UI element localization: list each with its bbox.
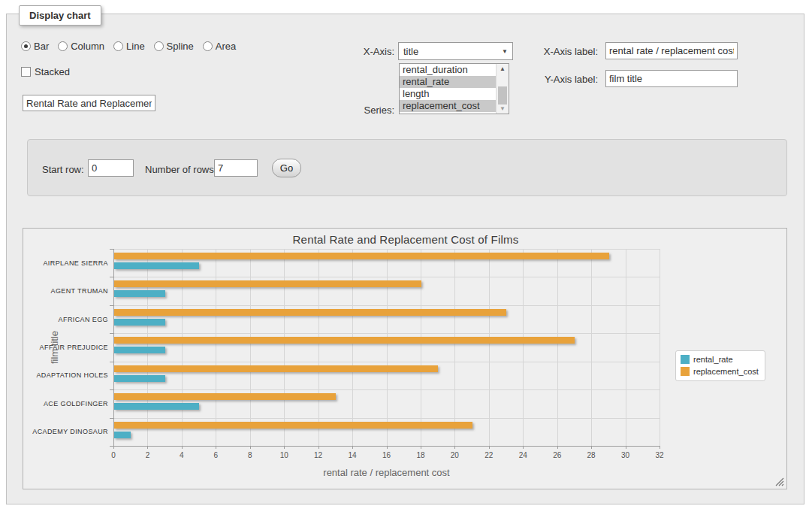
bar-replacement_cost: [114, 365, 438, 372]
chart-title: Rental Rate and Replacement Cost of Film…: [23, 233, 788, 246]
scrollbar-thumb[interactable]: [498, 86, 507, 105]
grid-line: [250, 249, 251, 446]
grid-line: [113, 277, 660, 277]
x-tick-label: 32: [648, 451, 671, 459]
x-tick-label: 16: [376, 451, 398, 459]
chart-type-radio-line[interactable]: [113, 41, 123, 51]
chart-type-radio-label: Area: [216, 41, 236, 52]
category-label: AFFAIR PREJUDICE: [23, 333, 108, 361]
grid-line: [182, 249, 183, 446]
grid-line: [113, 418, 660, 419]
start-row-input[interactable]: [88, 159, 134, 177]
y-axis-label-label: Y-Axis label:: [530, 74, 598, 85]
stacked-checkbox-row: Stacked: [21, 66, 70, 77]
x-tick-label: 30: [614, 451, 637, 459]
x-axis-line: [113, 446, 660, 447]
x-tick-label: 2: [136, 451, 158, 459]
legend-swatch: [681, 367, 690, 376]
bar-rental_rate: [114, 290, 165, 297]
x-tick-label: 28: [580, 451, 602, 459]
grid-line: [352, 249, 353, 446]
grid-line: [113, 305, 660, 306]
grid-line: [454, 249, 455, 446]
chart-type-radio-column[interactable]: [58, 41, 68, 51]
x-axis-select-label: X-Axis:: [334, 46, 394, 57]
chart-type-radio-label: Line: [126, 41, 145, 52]
row-range-panel: [27, 139, 787, 196]
chart-type-option-line: Line: [113, 41, 145, 52]
go-button[interactable]: Go: [272, 159, 301, 177]
bar-rental_rate: [114, 375, 165, 382]
grid-line: [113, 249, 660, 250]
series-listbox[interactable]: rental_durationrental_ratelengthreplacem…: [399, 63, 509, 114]
series-option-replacement_cost[interactable]: replacement_cost: [400, 100, 496, 112]
series-option-length[interactable]: length: [400, 88, 496, 100]
grid-line: [660, 249, 660, 446]
y-axis-label-input[interactable]: [605, 70, 738, 87]
grid-line: [113, 389, 660, 390]
grid-line: [387, 249, 388, 446]
x-tick-label: 26: [546, 451, 569, 459]
chart-type-radio-bar[interactable]: [21, 41, 31, 51]
x-axis-title: rental rate / replacement cost: [113, 467, 660, 478]
legend-label: replacement_cost: [693, 367, 759, 376]
legend-label: rental_rate: [693, 355, 733, 364]
number-of-rows-label: Number of rows:: [145, 164, 216, 175]
category-label: AFRICAN EGG: [23, 305, 108, 333]
series-option-rental_duration[interactable]: rental_duration: [400, 64, 496, 76]
listbox-scrollbar[interactable]: ▲ ▼: [496, 64, 509, 114]
x-tick-label: 12: [307, 451, 330, 459]
grid-line: [626, 249, 626, 446]
grid-line: [113, 333, 660, 334]
x-tick-label: 14: [341, 451, 364, 459]
grid-line: [591, 249, 592, 446]
chart-builder-page: Display chart BarColumnLineSplineArea St…: [0, 0, 812, 512]
chart-type-radio-spline[interactable]: [154, 41, 164, 51]
chart-type-option-spline: Spline: [154, 41, 194, 52]
x-axis-selected-value: title: [403, 46, 418, 57]
bar-rental_rate: [114, 319, 165, 326]
grid-line: [489, 249, 490, 446]
grid-line: [523, 249, 524, 446]
panel-title: Display chart: [19, 5, 101, 26]
chart-type-radio-label: Spline: [167, 41, 194, 52]
chart-area: Rental Rate and Replacement Cost of Film…: [23, 228, 787, 489]
bar-rental_rate: [114, 432, 131, 438]
bar-replacement_cost: [114, 422, 472, 429]
x-axis-label-input[interactable]: [605, 42, 738, 59]
number-of-rows-input[interactable]: [214, 159, 258, 177]
legend-item-rental_rate[interactable]: rental_rate: [681, 355, 759, 364]
legend-item-replacement_cost[interactable]: replacement_cost: [681, 367, 759, 376]
bar-replacement_cost: [114, 337, 575, 344]
scrollbar-up-icon[interactable]: ▲: [497, 64, 509, 74]
bar-replacement_cost: [114, 309, 506, 316]
bar-rental_rate: [114, 403, 199, 410]
chart-type-option-column: Column: [58, 41, 104, 52]
chart-type-radio-area[interactable]: [203, 41, 213, 51]
grid-line: [318, 249, 319, 446]
category-label: ACE GOLDFINGER: [23, 389, 108, 417]
chart-title-input[interactable]: [23, 95, 155, 111]
chart-type-radio-label: Bar: [34, 41, 49, 52]
series-listbox-label: Series:: [334, 105, 394, 116]
x-axis-select[interactable]: title ▼: [398, 42, 513, 60]
chart-type-radio-group: BarColumnLineSplineArea: [21, 41, 245, 52]
start-row-label: Start row:: [42, 164, 84, 175]
legend-swatch: [681, 355, 690, 364]
resize-handle-icon[interactable]: [775, 477, 784, 486]
scrollbar-down-icon[interactable]: ▼: [497, 104, 509, 114]
x-axis-label-label: X-Axis label:: [530, 46, 598, 57]
chart-type-option-bar: Bar: [21, 41, 49, 52]
stacked-checkbox[interactable]: [21, 67, 31, 77]
x-tick-label: 22: [478, 451, 500, 459]
chart-type-option-area: Area: [203, 41, 236, 52]
x-tick-label: 0: [102, 451, 125, 459]
x-tick-label: 6: [204, 451, 227, 459]
x-tick-label: 24: [512, 451, 534, 459]
stacked-label: Stacked: [35, 66, 70, 77]
category-label: ADAPTATION HOLES: [23, 362, 108, 389]
series-option-rental_rate[interactable]: rental_rate: [400, 76, 496, 88]
grid-line: [557, 249, 558, 446]
chart-legend: rental_ratereplacement_cost: [675, 350, 765, 381]
x-tick-label: 20: [443, 451, 466, 459]
